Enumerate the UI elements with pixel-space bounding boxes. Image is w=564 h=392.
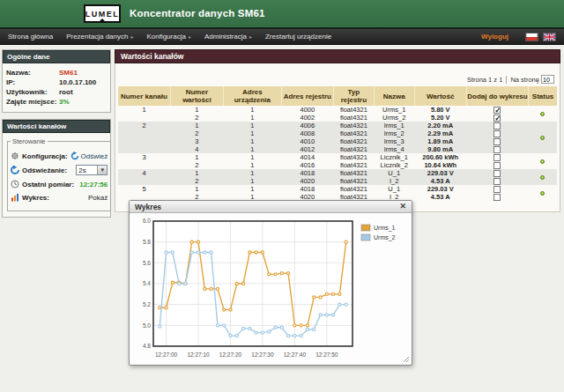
close-icon[interactable]: ✕ [399, 203, 406, 211]
select-arrow-icon: ▼ [97, 166, 107, 174]
value-cell: 9.80 mA [414, 145, 466, 153]
register-address-cell: 4010 [281, 137, 333, 145]
configuration-row: Konfiguracja: Odśwież [11, 152, 108, 160]
value-no-cell: 1 [170, 169, 223, 177]
lumel-logo-mark-icon [100, 18, 105, 21]
column-header: Adres urządzenia [224, 86, 282, 106]
value-cell: 4.53 A [414, 193, 466, 201]
nav-item-label: Strona główna [8, 33, 53, 41]
register-type-cell: float4321 [333, 161, 374, 169]
register-type-cell: float4321 [333, 145, 374, 153]
app-header: LUMEL Koncentrator danych SM61 [0, 0, 564, 29]
register-address-cell: 4016 [281, 161, 333, 169]
value-no-cell: 1 [170, 185, 223, 193]
refresh-icon [11, 166, 19, 174]
device-name-label: Nazwa: [6, 69, 59, 77]
column-header: Numer wartości [170, 86, 223, 106]
main-area: Wartości kanałów Strona 1 z 1Na stronę N… [115, 49, 560, 212]
value-no-cell: 1 [170, 122, 223, 129]
chart-label: Wykres: [22, 194, 85, 202]
nav-item-konfiguracja[interactable]: Konfiguracja ▸ [146, 33, 191, 41]
add-to-chart-checkbox[interactable] [494, 162, 501, 169]
register-address-cell: 4006 [281, 122, 333, 129]
refresh-config-label: Odśwież [81, 152, 108, 160]
device-address-cell: 1 [224, 106, 282, 114]
british-flag-icon[interactable] [543, 33, 556, 41]
refresh-interval-value: 2s [78, 166, 85, 174]
logout-link[interactable]: Wyloguj [481, 33, 508, 41]
svg-text:12:27:00: 12:27:00 [155, 351, 178, 358]
add-to-chart-checkbox[interactable] [494, 186, 501, 193]
register-type-cell: float4321 [333, 122, 374, 129]
configuration-label: Konfiguracja: [22, 152, 68, 160]
show-chart-link[interactable]: Pokaż [88, 194, 108, 202]
clock-icon [11, 180, 19, 189]
nav-bar: Strona główna Prezentacja danych ▸ Konfi… [0, 29, 564, 45]
control-fieldset: Sterowanie Konfiguracja: Odśwież [7, 137, 111, 211]
table-row: 1114000float4321Urms_15.80 V✓ [118, 106, 557, 114]
table-row: 214020float4321I_24.53 A [118, 177, 557, 185]
svg-text:Urms_1: Urms_1 [374, 225, 396, 232]
add-to-chart-checkbox[interactable] [494, 130, 501, 137]
chart-popup-body: 4.85.05.25.45.65.86.012:27:0012:27:1012:… [130, 213, 412, 365]
column-header: Wartość [414, 86, 466, 106]
device-address-cell: 1 [224, 145, 282, 153]
channel-number-cell: 4 [118, 169, 170, 185]
nav-item-zrestartuj-urzadzenie[interactable]: Zrestartuj urządzenie [265, 33, 331, 41]
status-ok-icon [540, 175, 545, 180]
value-cell: 5.80 V [414, 106, 466, 114]
add-to-chart-checkbox[interactable] [494, 178, 501, 185]
main-panel-title: Wartości kanałów [115, 49, 560, 63]
svg-text:12:27:20: 12:27:20 [219, 351, 242, 358]
user-label: Użytkownik: [6, 88, 59, 96]
value-cell: 2.29 mA [414, 129, 466, 137]
add-to-chart-checkbox[interactable] [494, 170, 501, 177]
add-to-chart-checkbox[interactable] [494, 122, 501, 129]
value-cell: 229.03 V [414, 185, 466, 193]
device-address-cell: 1 [224, 161, 282, 169]
add-to-chart-checkbox[interactable] [494, 138, 501, 145]
column-header: Status [529, 86, 557, 106]
chart-popup-titlebar[interactable]: Wykres ✕ [130, 201, 412, 213]
general-info-panel: Ogólne dane Nazwa: SM61 IP: 10.0.17.100 … [2, 49, 111, 113]
channel-number-cell: 3 [118, 153, 170, 169]
svg-text:4.8: 4.8 [143, 343, 151, 349]
name-cell: Irms_2 [374, 129, 414, 137]
value-no-cell: 2 [170, 161, 223, 169]
device-address-cell: 1 [224, 153, 282, 161]
status-ok-icon [540, 159, 545, 164]
add-to-chart-checkbox[interactable] [494, 154, 501, 161]
per-page-input[interactable] [541, 75, 554, 84]
refresh-interval-select[interactable]: 2s ▼ [76, 165, 108, 175]
last-measurement-value: 12:27:56 [79, 181, 108, 189]
ip-value: 10.0.17.100 [59, 78, 96, 86]
add-to-chart-checkbox[interactable] [494, 146, 501, 153]
name-cell: Licznik_1 [374, 153, 414, 161]
nav-item-strona-glowna[interactable]: Strona główna [8, 33, 53, 41]
register-address-cell: 4018 [281, 185, 333, 193]
value-cell: 4.53 A [414, 177, 466, 185]
device-address-cell: 1 [224, 122, 282, 129]
register-address-cell: 4000 [281, 106, 333, 114]
name-cell: U_1 [374, 185, 414, 193]
nav-item-administracja[interactable]: Administracja ▸ [204, 33, 252, 41]
table-row: 3114014float4321Licznik_1200.60 kWh [118, 153, 557, 161]
resize-handle-icon[interactable] [403, 356, 410, 363]
add-to-chart-checkbox[interactable]: ✓ [494, 107, 501, 114]
value-no-cell: 2 [170, 129, 223, 137]
submenu-arrow-icon: ▸ [249, 34, 252, 40]
add-to-chart-checkbox[interactable] [494, 194, 501, 201]
sidebar: Ogólne dane Nazwa: SM61 IP: 10.0.17.100 … [2, 49, 111, 224]
lumel-logo-text: LUMEL [85, 10, 120, 18]
register-type-cell: float4321 [333, 177, 374, 185]
add-to-chart-checkbox[interactable]: ✓ [494, 115, 501, 122]
status-ok-icon [540, 191, 545, 196]
gear-icon [11, 152, 19, 160]
table-row: 2114006float4321Irms_12.20 mA [118, 122, 557, 129]
register-address-cell: 4008 [281, 129, 333, 137]
chart-popup-title: Wykres [135, 203, 161, 211]
polish-flag-icon[interactable] [525, 33, 538, 41]
nav-item-prezentacja-danych[interactable]: Prezentacja danych ▸ [66, 33, 133, 41]
refresh-config-link[interactable]: Odśwież [70, 152, 108, 160]
value-cell: 5.20 V [414, 114, 466, 122]
